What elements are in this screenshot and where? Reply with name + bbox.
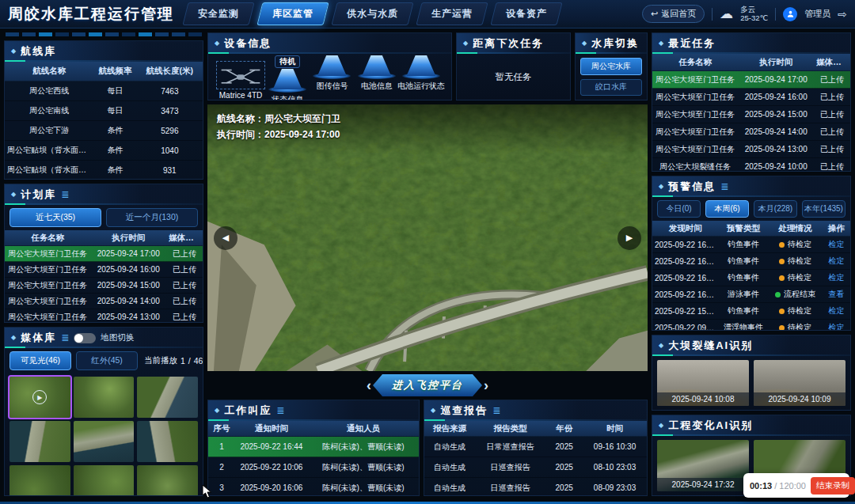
chevron-right-icon: › xyxy=(484,378,488,392)
table-row[interactable]: 周公宅南线 每日 3473 xyxy=(5,101,203,121)
enter-flight-platform-button[interactable]: 进入飞控平台 xyxy=(373,374,482,396)
media-thumbnail[interactable] xyxy=(10,421,70,462)
media-thumbnails: ▶ xyxy=(5,373,203,496)
action-link[interactable]: 检定 xyxy=(822,304,850,318)
table-header: 任务名称执行时间媒体上传 xyxy=(652,54,850,71)
nav-tab[interactable]: 设备资产 xyxy=(490,2,562,25)
table-row[interactable]: 周公宅贴坝（背水面左） 条件 931 xyxy=(5,161,203,180)
table-row[interactable]: 2025-09-22 16:32 钓鱼事件 待检定 检定 xyxy=(652,253,850,270)
table-row[interactable]: 周公宅大坝至门卫任务 2025-09-24 16:00 已上传 xyxy=(652,89,850,106)
device-info-panel: ◆ 设备信息 xyxy=(207,32,452,100)
recent-tasks-panel: ◆ 最近任务 任务名称执行时间媒体上传 周公宅大坝至门卫任务 2025-09-2… xyxy=(652,32,851,172)
table-row[interactable]: 周公宅下游 条件 5296 xyxy=(5,121,203,141)
device-status-item[interactable]: 电池运行状态 xyxy=(399,55,443,100)
home-button[interactable]: ↩ 返回首页 xyxy=(642,5,705,23)
table-row[interactable]: 自动生成 日巡查报告 2025 08-10 23:03 xyxy=(424,457,647,478)
media-thumbnail-selected[interactable]: ▶ xyxy=(10,377,70,418)
avatar[interactable] xyxy=(783,7,797,21)
plan-tab[interactable]: 近一个月(130) xyxy=(106,208,198,227)
media-controls: 可见光(46)红外(45) 当前播放 1 / 46 ◀ ▶ xyxy=(5,348,203,373)
table-row[interactable]: 周公宅贴坝（背水面右） 条件 1040 xyxy=(5,141,203,161)
diamond-icon: ◆ xyxy=(582,40,587,47)
warning-tab[interactable]: 本年(1435) xyxy=(802,200,846,218)
panel-title: 工作叫应 xyxy=(224,404,272,418)
warning-tab[interactable]: 本月(228) xyxy=(754,200,797,218)
table-row[interactable]: 周公宅大坝至门卫任务 2025-09-24 17:00 已上传 xyxy=(652,71,850,89)
warning-tab[interactable]: 本周(6) xyxy=(705,200,749,218)
table-row[interactable]: 周公宅大坝至门卫任务 2025-09-24 13:00 已上传 xyxy=(652,141,850,158)
table-row[interactable]: 2025-09-22 15:33 钓鱼事件 待检定 检定 xyxy=(652,303,850,320)
table-row[interactable]: 周公宅大坝至门卫任务 2025-09-24 14:00 已上传 xyxy=(5,294,203,309)
table-row[interactable]: 自动生成 日常巡查报告 2025 09-16 10:30 xyxy=(424,437,647,457)
diamond-icon: ◆ xyxy=(215,407,219,414)
table-row[interactable]: 周公宅大坝至门卫任务 2025-09-24 16:00 已上传 xyxy=(5,262,203,278)
plan-table: 周公宅大坝至门卫任务 2025-09-24 17:00 已上传 周公宅大坝至门卫… xyxy=(5,246,203,323)
action-link[interactable]: 检定 xyxy=(822,254,850,268)
logout-icon[interactable]: ⇨ xyxy=(838,8,847,21)
media-thumbnail[interactable] xyxy=(74,421,135,462)
table-row[interactable]: 周公宅西线 每日 7463 xyxy=(5,81,203,101)
table-row[interactable]: 1 2025-09-22 16:44 陈柯(未读)、曹顺(未读) xyxy=(208,437,419,457)
next-task-panel: ◆ 距离下次任务 暂无任务 xyxy=(456,32,571,100)
cloud-icon: ☁ xyxy=(720,7,733,21)
table-row[interactable]: 2025-09-22 16:32 钓鱼事件 待检定 检定 xyxy=(652,237,850,253)
warnings-panel: ◆ 预警信息 ≣ 今日(0)本周(6)本月(228)本年(1435) 发现时间预… xyxy=(652,176,851,331)
action-link[interactable]: 查看 xyxy=(822,287,850,301)
reservoir-option[interactable]: 皎口水库 xyxy=(580,79,642,97)
table-row[interactable]: 周公宅大坝至门卫任务 2025-09-24 17:00 已上传 xyxy=(5,246,203,262)
change-ai-image[interactable]: 2025-09-24 17:32 xyxy=(657,440,749,491)
nav-tab[interactable]: 供水与水质 xyxy=(331,2,413,25)
table-row[interactable]: 自动生成 日巡查报告 2025 08-09 23:03 xyxy=(424,478,647,496)
table-header: 航线名称航线频率航线长度(米) xyxy=(5,62,203,81)
media-thumbnail[interactable] xyxy=(137,465,198,496)
media-tab[interactable]: 可见光(46) xyxy=(10,351,71,370)
table-row[interactable]: 2025-09-22 16:32 钓鱼事件 待检定 检定 xyxy=(652,270,850,286)
image-timestamp: 2025-09-24 10:08 xyxy=(657,392,749,406)
device-status-item[interactable]: 待机 状态信息 xyxy=(265,55,310,100)
media-tab[interactable]: 红外(45) xyxy=(76,351,138,370)
route-library-panel: ◆ 航线库 航线名称航线频率航线长度(米) 周公宅西线 每日 7463 周公宅南… xyxy=(4,40,203,180)
weather-temp: 25-32℃ xyxy=(740,14,768,23)
device-status-item[interactable]: 电池信息 xyxy=(355,55,399,100)
table-row[interactable]: 周公宅大坝至门卫任务 2025-09-24 15:00 已上传 xyxy=(652,106,850,123)
video-prev-button[interactable]: ◀ xyxy=(214,226,238,250)
crack-ai-image[interactable]: 2025-09-24 10:08 xyxy=(657,360,749,406)
table-row[interactable]: 2025-09-22 09:20 漂浮物事件 待检定 检定 xyxy=(652,320,850,331)
table-header: 任务名称执行时间媒体上传 xyxy=(5,230,203,246)
table-row[interactable]: 周公宅大坝至门卫任务 2025-09-24 14:00 已上传 xyxy=(652,123,850,141)
route-name: 周公宅大坝至门卫 xyxy=(264,113,340,124)
media-thumbnail[interactable] xyxy=(74,377,135,418)
action-link[interactable]: 检定 xyxy=(822,320,850,331)
weather-widget: 多云 25-32℃ xyxy=(740,6,768,23)
playing-indicator: 当前播放 1 / 46 ◀ ▶ xyxy=(144,355,203,366)
reservoir-option[interactable]: 周公宅水库 xyxy=(580,58,642,75)
table-row[interactable]: 周公宅大坝至门卫任务 2025-09-24 13:00 已上传 xyxy=(5,309,203,323)
crack-ai-image[interactable]: 2025-09-24 10:09 xyxy=(754,360,846,406)
recording-elapsed: 00:13 xyxy=(750,481,772,491)
action-link[interactable]: 检定 xyxy=(822,237,850,252)
video-next-button[interactable]: ▶ xyxy=(618,226,641,250)
nav-tab[interactable]: 安全监测 xyxy=(182,2,254,25)
nav-tab[interactable]: 库区监管 xyxy=(256,2,329,25)
hologram-icon xyxy=(405,55,437,76)
stop-recording-button[interactable]: 结束录制 xyxy=(811,477,855,495)
table-row[interactable]: 周公宅大坝至门卫任务 2025-09-24 15:00 已上传 xyxy=(5,278,203,294)
plan-tab[interactable]: 近七天(35) xyxy=(10,208,101,227)
media-thumbnail[interactable] xyxy=(74,465,135,496)
drone-device[interactable]: Matrice 4TD xyxy=(216,61,265,100)
media-thumbnail[interactable] xyxy=(10,465,70,496)
media-thumbnail[interactable] xyxy=(137,377,198,418)
action-link[interactable]: 检定 xyxy=(822,271,850,285)
weather-condition: 多云 xyxy=(740,6,768,14)
device-status-item[interactable]: 图传信号 xyxy=(310,55,354,100)
table-row[interactable]: 2 2025-09-22 10:06 陈柯(未读)、曹顺(未读) xyxy=(208,457,419,478)
table-row[interactable]: 2025-09-22 16:32 游泳事件 流程结束 查看 xyxy=(652,286,850,303)
warning-tab[interactable]: 今日(0) xyxy=(657,200,701,218)
status-badge: 待机 xyxy=(275,55,300,68)
table-row[interactable]: 3 2025-09-20 16:06 陈柯(未读)、曹顺(未读) xyxy=(208,478,419,496)
table-row[interactable]: 周公宅大坝裂缝任务 2025-09-24 10:00 已上传 xyxy=(652,158,850,172)
media-thumbnail[interactable] xyxy=(137,421,198,462)
nav-tab[interactable]: 生产运营 xyxy=(416,2,488,25)
map-toggle[interactable] xyxy=(74,333,96,343)
panel-title: 最近任务 xyxy=(668,36,716,51)
